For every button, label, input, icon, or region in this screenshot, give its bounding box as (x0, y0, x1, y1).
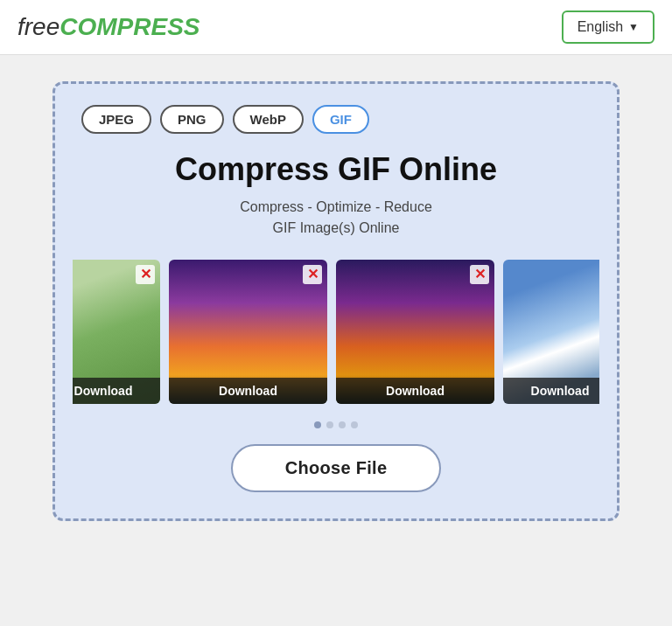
download-button[interactable]: Download (503, 378, 599, 404)
image-card: ✕ Download (73, 260, 160, 404)
tab-png[interactable]: PNG (160, 105, 224, 134)
image-card-row: ✕ Download ✕ Download ✕ (73, 260, 599, 404)
format-tab-bar: JPEG PNG WebP GIF (81, 105, 369, 134)
tab-gif[interactable]: GIF (312, 105, 369, 134)
image-thumbnail: ✕ Download (169, 260, 327, 404)
remove-image-button[interactable]: ✕ (470, 265, 489, 284)
download-button[interactable]: Download (169, 378, 327, 404)
scroll-indicator (314, 421, 358, 428)
main-content: JPEG PNG WebP GIF Compress GIF Online Co… (0, 55, 672, 547)
image-card: ✕ Download (336, 260, 494, 404)
page-subtitle: Compress - Optimize - Reduce GIF Image(s… (240, 197, 432, 239)
scroll-dot (314, 421, 321, 428)
image-card: ✕ Download (169, 260, 327, 404)
chevron-down-icon: ▼ (628, 21, 639, 33)
language-selector[interactable]: English ▼ (562, 10, 654, 44)
remove-image-button[interactable]: ✕ (303, 265, 322, 284)
tab-webp[interactable]: WebP (233, 105, 304, 134)
page-title: Compress GIF Online (175, 151, 497, 188)
scroll-dot (339, 421, 346, 428)
download-button[interactable]: Download (336, 378, 494, 404)
download-button[interactable]: Download (73, 378, 160, 404)
logo-free-text: free (18, 13, 60, 40)
logo: freeCOMPRESS (18, 13, 200, 41)
image-thumbnail: ✕ Download (336, 260, 494, 404)
drop-zone: JPEG PNG WebP GIF Compress GIF Online Co… (52, 81, 620, 521)
remove-image-button[interactable]: ✕ (136, 265, 155, 284)
tab-jpeg[interactable]: JPEG (81, 105, 151, 134)
logo-compress-text: COMPRESS (60, 13, 200, 40)
image-thumbnail: Download (503, 260, 599, 404)
language-label: English (578, 19, 623, 35)
image-card: Download (503, 260, 599, 404)
choose-file-button[interactable]: Choose File (231, 444, 442, 492)
image-thumbnail: ✕ Download (73, 260, 160, 404)
scroll-dot (351, 421, 358, 428)
header: freeCOMPRESS English ▼ (0, 0, 672, 55)
scroll-dot (326, 421, 333, 428)
